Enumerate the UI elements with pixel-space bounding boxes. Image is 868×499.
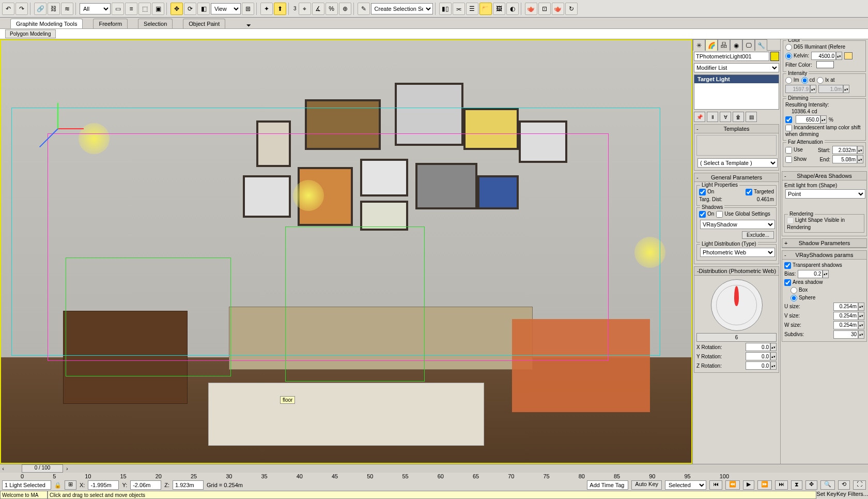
play-start-icon[interactable]: ⏮ bbox=[709, 480, 722, 490]
nav-orbit-icon[interactable]: ⟲ bbox=[838, 480, 850, 490]
d65-radio[interactable]: D65 Illuminant (Refere bbox=[785, 44, 845, 51]
box-radio[interactable]: Box bbox=[791, 287, 808, 294]
move-gizmo[interactable] bbox=[37, 108, 79, 149]
w-size-spinner[interactable]: ▴▾ bbox=[833, 321, 864, 329]
time-slider[interactable]: ‹ 0 / 100 › bbox=[0, 464, 868, 473]
add-time-tag[interactable]: Add Time Tag bbox=[587, 480, 628, 490]
scale-icon[interactable]: ◧ bbox=[197, 3, 210, 15]
named-sel-edit-icon[interactable]: ✎ bbox=[358, 3, 370, 15]
y-rotation-spinner[interactable]: ▴▾ bbox=[746, 352, 777, 360]
unit-lx-radio[interactable]: lx at bbox=[817, 77, 834, 84]
maxscript-mini[interactable] bbox=[0, 491, 48, 499]
light-distribution-combo[interactable]: Photometric Web bbox=[700, 248, 775, 257]
incandescent-shift-checkbox[interactable]: Incandescent lamp color shift when dimmi… bbox=[785, 125, 863, 137]
x-coord-field[interactable]: -1.995m bbox=[88, 480, 119, 490]
template-list[interactable] bbox=[696, 135, 777, 156]
nav-pan-icon[interactable]: ✥ bbox=[805, 480, 817, 490]
bind-icon[interactable]: ≋ bbox=[61, 3, 73, 15]
tab-utilities-icon[interactable]: 🔧 bbox=[755, 39, 767, 51]
render-icon[interactable]: 🫖 bbox=[552, 3, 564, 15]
play-end-icon[interactable]: ⏭ bbox=[775, 480, 788, 490]
rotate-icon[interactable]: ⟳ bbox=[184, 3, 196, 15]
keyfilters-button[interactable]: Key Filters... bbox=[836, 491, 868, 499]
tab-hierarchy-icon[interactable]: 品 bbox=[718, 39, 730, 51]
u-size-spinner[interactable]: ▴▾ bbox=[833, 303, 864, 311]
modifier-stack[interactable]: Target Light bbox=[694, 74, 779, 110]
web-file-button[interactable]: 6 bbox=[696, 333, 777, 342]
x-rotation-spinner[interactable]: ▴▾ bbox=[746, 343, 777, 351]
dimming-enable-checkbox[interactable] bbox=[785, 116, 792, 123]
far-use-checkbox[interactable]: Use bbox=[785, 147, 803, 154]
play-next-icon[interactable]: ⏩ bbox=[757, 480, 772, 490]
photometric-web-preview[interactable] bbox=[711, 279, 763, 331]
unit-cd-radio[interactable]: cd bbox=[801, 77, 815, 84]
nav-max-icon[interactable]: ⛶ bbox=[853, 480, 866, 490]
template-select[interactable]: ( Select a Template ) bbox=[698, 158, 778, 168]
z-coord-field[interactable]: 1.923m bbox=[173, 480, 204, 490]
emit-shape-combo[interactable]: Point bbox=[785, 189, 865, 199]
play-prev-icon[interactable]: ⏪ bbox=[725, 480, 740, 490]
v-size-spinner[interactable]: ▴▾ bbox=[833, 312, 864, 320]
timeslider-prev-icon[interactable]: ‹ bbox=[0, 465, 6, 472]
ribbon-tab-graphite[interactable]: Graphite Modeling Tools bbox=[10, 19, 83, 28]
manip-icon[interactable]: ✦ bbox=[260, 3, 273, 15]
ribbon-tab-objectpaint[interactable]: Object Paint bbox=[183, 19, 225, 28]
align-icon[interactable]: ⫘ bbox=[453, 3, 465, 15]
mirror-icon[interactable]: ▮▯ bbox=[439, 3, 452, 15]
link-icon[interactable]: 🔗 bbox=[34, 3, 47, 15]
bias-spinner[interactable]: ▴▾ bbox=[798, 270, 829, 278]
named-selection-combo[interactable]: Create Selection Se bbox=[371, 3, 433, 14]
light-on-checkbox[interactable]: On bbox=[699, 189, 714, 195]
viewport-camera[interactable]: [ + ] [ VRayPhysicalCamera001 ] [ Smooth… bbox=[0, 39, 692, 464]
window-crossing-icon[interactable]: ▣ bbox=[152, 3, 164, 15]
prompt-line[interactable] bbox=[48, 491, 816, 499]
sphere-radio[interactable]: Sphere bbox=[791, 295, 815, 301]
ribbon-menu-icon[interactable]: ⏷ bbox=[246, 22, 252, 28]
timeslider-next-icon[interactable]: › bbox=[66, 465, 68, 472]
coord-display-icon[interactable]: ⊞ bbox=[65, 480, 76, 490]
play-icon[interactable]: ▶ bbox=[743, 480, 754, 490]
time-ruler[interactable]: 0510152025303540455055606570758085909510… bbox=[0, 473, 868, 479]
autokey-button[interactable]: Auto Key bbox=[631, 480, 662, 490]
shadows-on-checkbox[interactable]: On bbox=[699, 211, 714, 218]
modifier-list-combo[interactable]: Modifier List bbox=[694, 63, 779, 72]
curve-editor-icon[interactable]: 📁 bbox=[479, 3, 492, 15]
tab-modify-icon[interactable]: 🌈 bbox=[705, 39, 718, 51]
keyboard-shortcut-icon[interactable]: ⬆ bbox=[274, 3, 286, 15]
undo-icon[interactable]: ↶ bbox=[2, 3, 14, 15]
select-icon[interactable]: ▭ bbox=[112, 3, 124, 15]
intensity-spinner[interactable]: ▴▾ bbox=[785, 85, 816, 93]
ref-coord-combo[interactable]: View bbox=[211, 3, 241, 14]
ribbon-tab-freeform[interactable]: Freeform bbox=[93, 19, 128, 28]
schematic-icon[interactable]: 🖽 bbox=[493, 3, 505, 15]
subribbon-polygon-modeling[interactable]: Polygon Modeling bbox=[5, 29, 56, 38]
unit-lm-radio[interactable]: lm bbox=[785, 77, 799, 84]
snap-icon[interactable]: ⌖ bbox=[299, 3, 311, 15]
use-global-checkbox[interactable]: Use Global Settings bbox=[716, 211, 770, 218]
selection-filter-combo[interactable]: All bbox=[80, 3, 111, 14]
far-show-checkbox[interactable]: Show bbox=[785, 156, 807, 163]
configure-sets-icon[interactable]: ▤ bbox=[746, 112, 757, 122]
pivot-icon[interactable]: ⊞ bbox=[242, 3, 254, 15]
make-unique-icon[interactable]: ∀ bbox=[720, 112, 731, 122]
render-setup-icon[interactable]: 🫖 bbox=[525, 3, 537, 15]
nav-zoom-icon[interactable]: 🔍 bbox=[820, 480, 835, 490]
area-shadow-checkbox[interactable]: Area shadow bbox=[784, 279, 823, 286]
kelvin-spinner[interactable]: ▴▾ bbox=[811, 52, 842, 60]
subdivs-spinner[interactable]: ▴▾ bbox=[833, 330, 864, 339]
targeted-checkbox[interactable]: Targeted bbox=[746, 189, 774, 195]
layers-icon[interactable]: ☰ bbox=[466, 3, 478, 15]
render-last-icon[interactable]: ↻ bbox=[565, 3, 578, 15]
object-name-field[interactable] bbox=[694, 52, 769, 61]
tab-motion-icon[interactable]: ◉ bbox=[730, 39, 742, 51]
modifier-stack-item[interactable]: Target Light bbox=[694, 75, 779, 83]
keymode-combo[interactable]: Selected bbox=[665, 480, 706, 490]
kelvin-swatch[interactable] bbox=[844, 52, 853, 59]
intensity-dist-spinner[interactable]: ▴▾ bbox=[818, 85, 849, 93]
filter-color-swatch[interactable] bbox=[816, 61, 834, 68]
unlink-icon[interactable]: ⛓ bbox=[48, 3, 60, 15]
spinner-snap-icon[interactable]: ⊕ bbox=[339, 3, 351, 15]
far-start-spinner[interactable]: ▴▾ bbox=[832, 146, 863, 154]
setkey-button[interactable]: Set Key bbox=[816, 491, 836, 499]
remove-mod-icon[interactable]: 🗑 bbox=[733, 112, 744, 122]
